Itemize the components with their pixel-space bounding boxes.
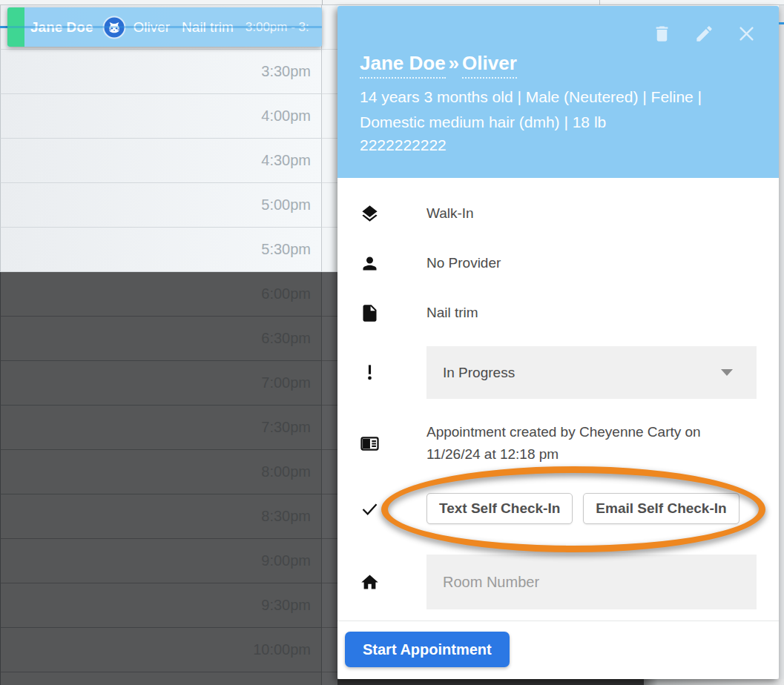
next-column-strip [322,139,337,183]
background-gradient-strip [644,679,784,685]
exclamation-icon [360,363,380,383]
appointment-bar[interactable]: Jane Doe Oliver Nail trim 3:00pm - 3: [7,7,322,47]
background-dark-strip [337,679,644,685]
start-appointment-button[interactable]: Start Appointment [345,632,510,667]
status-dropdown[interactable]: In Progress [426,346,757,399]
reason-label: Nail trim [426,305,478,321]
person-icon [360,254,380,274]
time-slot-label: 6:00pm [261,285,311,302]
next-column-strip [322,272,337,317]
time-slot-label: 8:00pm [261,463,311,480]
time-slot-row[interactable]: 9:30pm [0,583,337,628]
check-icon [360,499,380,519]
client-phone: 2222222222 [360,136,447,154]
time-slot-row[interactable]: 8:00pm [0,450,337,494]
time-slot-row[interactable]: 6:30pm [0,317,337,361]
created-row: Appointment created by Cheyenne Carty on… [360,415,757,471]
next-column-strip [322,183,337,228]
reason-row: Nail trim [360,302,757,323]
time-slot-label: 10:00pm [253,641,311,658]
time-grid: 3:30pm4:00pm4:30pm5:00pm5:30pm6:00pm6:30… [0,5,337,685]
time-slot-row[interactable]: 4:30pm [0,139,337,183]
next-column-strip [322,228,337,272]
time-slot-label: 7:00pm [261,374,311,391]
time-slot-row[interactable]: 8:30pm [0,494,337,539]
next-column-strip [322,406,337,450]
calendar-top-edge [0,0,784,5]
time-slot-label: 5:00pm [261,196,311,214]
column-divider [599,0,600,5]
time-slot-row[interactable]: 9:00pm [0,539,337,583]
current-time-line-overlay [7,26,322,28]
time-slot-label: 7:30pm [261,419,311,436]
next-column-strip [322,583,337,628]
next-column-strip [322,539,337,583]
time-slot-label: 8:30pm [261,508,311,525]
next-column-strip [322,494,337,539]
next-column-strip [322,5,337,50]
next-column-strip [322,672,337,685]
next-column-strip [322,628,337,672]
time-slot-row[interactable]: 7:00pm [0,361,337,406]
next-column-strip [322,50,337,94]
room-row [360,555,757,609]
time-slot-row[interactable] [0,672,337,685]
status-row: In Progress [360,346,757,399]
annotation-ellipse [381,466,765,552]
pet-name-link[interactable]: Oliver [462,52,517,79]
time-slot-row[interactable]: 10:00pm [0,628,337,672]
file-icon [360,303,380,323]
time-slot-row[interactable]: 7:30pm [0,406,337,450]
time-slot-label: 9:30pm [261,597,311,614]
background-sliver [779,0,784,685]
provider-label: No Provider [426,255,501,271]
panel-title: Jane Doe»Oliver [360,52,517,75]
room-number-input[interactable] [426,555,757,609]
next-column-strip [322,317,337,361]
appointment-type-label: Walk-In [426,205,474,222]
time-slot-row[interactable]: 3:30pm [0,50,337,94]
time-slot-label: 3:30pm [261,63,311,80]
next-column-strip [322,361,337,406]
chevron-down-icon [721,369,733,376]
patient-info: 14 years 3 months old | Male (Neutered) … [360,85,734,135]
appointment-type-row: Walk-In [360,203,757,224]
layers-icon [360,204,380,224]
panel-header: Jane Doe»Oliver 14 years 3 months old | … [337,6,779,178]
time-slot-row[interactable]: 6:00pm [0,272,337,317]
status-value: In Progress [443,365,515,381]
created-by-text: Appointment created by Cheyenne Carty on… [426,421,731,466]
app-screen: 3:30pm4:00pm4:30pm5:00pm5:30pm6:00pm6:30… [0,0,784,685]
next-column-strip [322,450,337,494]
edit-icon[interactable] [694,24,714,44]
column-divider [322,0,323,5]
time-slot-row[interactable]: 5:30pm [0,228,337,272]
provider-row: No Provider [360,253,757,274]
note-icon [360,434,380,454]
appointment-detail-panel: Jane Doe»Oliver 14 years 3 months old | … [337,6,779,679]
next-column-strip [322,94,337,139]
delete-icon[interactable] [652,24,672,44]
close-icon[interactable] [737,24,757,44]
time-slot-label: 5:30pm [261,241,311,258]
time-slot-label: 6:30pm [261,330,311,347]
title-separator: » [446,52,462,74]
panel-footer-divider [337,621,779,621]
time-slot-label: 4:30pm [261,152,311,169]
time-slot-row[interactable]: 5:00pm [0,183,337,228]
time-slot-label: 9:00pm [261,552,311,569]
time-slot-row[interactable]: 4:00pm [0,94,337,139]
current-time-line [779,22,784,24]
home-icon [360,572,380,592]
client-name-link[interactable]: Jane Doe [360,52,446,79]
time-slot-label: 4:00pm [261,107,311,125]
